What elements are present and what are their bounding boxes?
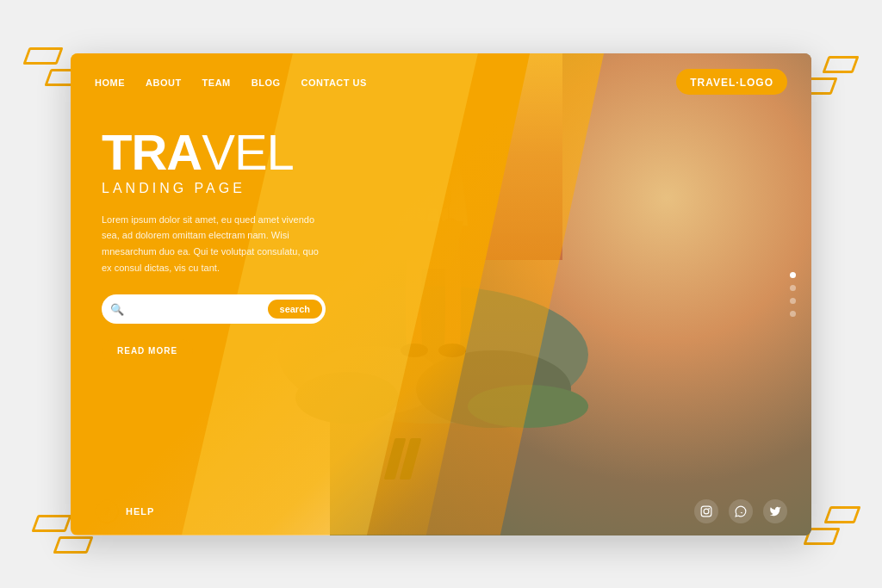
nav-item-about[interactable]: ABOUT	[146, 74, 182, 90]
bottom-bar: ? HELP	[71, 487, 811, 535]
nav-item-home[interactable]: HOME	[95, 74, 125, 90]
navbar: HOME ABOUT TEAM BLOG CONTACT US TRAVEL·L…	[71, 53, 811, 110]
corner-mark-br1	[823, 506, 860, 523]
dot-2[interactable]	[790, 285, 796, 291]
nav-link-about[interactable]: ABOUT	[146, 77, 182, 88]
logo-area: TRAVEL·LOGO	[676, 69, 787, 95]
dot-3[interactable]	[790, 298, 796, 304]
search-container: 🔍 search	[102, 294, 326, 324]
svg-point-23	[708, 507, 710, 509]
nav-links: HOME ABOUT TEAM BLOG CONTACT US	[95, 74, 367, 90]
hero-subtitle: LANDING PAGE	[102, 181, 780, 196]
corner-mark-bl2	[53, 536, 93, 554]
social-icons	[694, 499, 787, 523]
instagram-icon[interactable]	[694, 499, 718, 523]
help-icon[interactable]: ?	[95, 499, 119, 523]
help-area: ? HELP	[95, 499, 154, 523]
slide-dots	[790, 272, 796, 317]
read-more-button[interactable]: READ MORE	[102, 339, 193, 362]
logo-text: TRAVEL·LOGO	[690, 77, 773, 89]
nav-item-team[interactable]: TEAM	[202, 74, 231, 90]
title-vel: VEL	[202, 124, 294, 180]
nav-link-contact[interactable]: CONTACT US	[301, 77, 367, 88]
landing-page-card: HOME ABOUT TEAM BLOG CONTACT US TRAVEL·L…	[71, 53, 811, 535]
nav-link-home[interactable]: HOME	[95, 77, 125, 88]
hero-section: TRAVEL LANDING PAGE Lorem ipsum dolor si…	[71, 110, 811, 381]
nav-item-blog[interactable]: BLOG	[252, 74, 281, 90]
svg-point-22	[704, 509, 709, 514]
corner-mark-bl1	[31, 515, 71, 532]
whatsapp-icon[interactable]	[729, 499, 753, 523]
corner-mark-tl1	[22, 47, 63, 65]
nav-link-team[interactable]: TEAM	[202, 77, 231, 88]
content-area: HOME ABOUT TEAM BLOG CONTACT US TRAVEL·L…	[71, 53, 811, 535]
help-text: HELP	[126, 506, 154, 517]
search-icon: 🔍	[110, 303, 124, 316]
search-button[interactable]: search	[268, 300, 322, 319]
dot-4[interactable]	[790, 311, 796, 317]
search-input[interactable]	[129, 304, 268, 314]
svg-rect-21	[701, 506, 711, 517]
hero-title: TRAVEL	[102, 127, 780, 177]
nav-item-contact[interactable]: CONTACT US	[301, 74, 367, 90]
deco-bars	[389, 438, 416, 480]
title-tra: TRA	[102, 124, 202, 180]
twitter-icon[interactable]	[763, 499, 787, 523]
hero-description: Lorem ipsum dolor sit amet, eu qued amet…	[102, 212, 326, 276]
nav-link-blog[interactable]: BLOG	[252, 77, 281, 88]
corner-mark-tr1	[822, 56, 859, 73]
dot-1[interactable]	[790, 272, 796, 278]
